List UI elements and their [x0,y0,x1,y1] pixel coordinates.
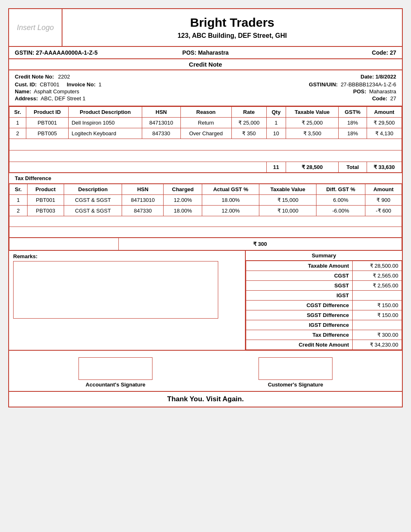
invoice-page: Insert Logo Bright Traders 123, ABC Buil… [8,8,403,407]
gstin-value: GSTIN: 27-AAAAA0000A-1-Z-5 [15,49,142,56]
remarks-label: Remarks: [13,253,241,259]
tax-diff-total-amount: ₹ 300 [118,238,402,250]
customer-sig-label: Customer's Signature [259,382,332,388]
items-total-row: 11 ₹ 28,500 Total ₹ 33,630 [9,162,402,173]
customer-sig-wrap: Customer's Signature [259,357,332,388]
logo-placeholder: Insert Logo [17,23,54,32]
meta-right: GSTIN/UIN: 27-BBBBB1234A-1-Z-6 POS: Maha… [206,81,396,102]
summary-row: SGST Difference ₹ 150.00 [246,310,402,320]
meta-row2: Cust. ID: CBT001 Invoice No: 1 Name: Asp… [15,81,396,102]
td-col-actual-gst: Actual GST % [202,184,259,195]
doc-title: Credit Note [9,59,402,70]
logo-box: Insert Logo [9,9,62,46]
cust-id-line: Cust. ID: CBT001 Invoice No: 1 [15,81,206,88]
credit-note-info: Credit Note No: 2202 [15,74,70,80]
items-row: 2 PBT005 Logitech Keyboard 847330 Over C… [9,128,402,139]
meta-section: Credit Note No: 2202 Date: 1/8/2022 Cust… [9,70,402,106]
tax-diff-label: Tax Difference [9,173,402,184]
td-col-taxable-value: Taxable Value [259,184,316,195]
remarks-box[interactable] [13,261,218,319]
gstin-row: GSTIN: 27-AAAAA0000A-1-Z-5 POS: Maharast… [9,47,402,59]
state-value: POS: Maharastra [142,49,269,56]
customer-sig-box [259,357,332,380]
summary-row: Tax Difference ₹ 300.00 [246,330,402,340]
items-row: 1 PBT001 Dell Inspiron 1050 84713010 Ret… [9,118,402,128]
spacer-row [9,150,402,162]
company-name: Bright Traders [190,16,274,30]
bottom-section: Remarks: Summary Taxable Amount ₹ 28,500… [9,250,402,350]
pos-code-line: Code: 27 [206,95,396,102]
gstin-uin-line: GSTIN/UIN: 27-BBBBB1234A-1-Z-6 [206,81,396,88]
col-gst: GST% [339,107,367,118]
summary-row: IGST Difference [246,320,402,330]
accountant-sig-wrap: Accountant's Signature [79,357,152,388]
tax-diff-table: Sr. Product Description HSN Charged Actu… [9,184,402,238]
remarks-section: Remarks: [9,251,246,350]
header-top: Insert Logo Bright Traders 123, ABC Buil… [9,9,402,47]
accountant-sig-box [79,357,152,380]
tax-diff-spacer-row [9,216,402,227]
name-line: Name: Asphalt Computers [15,88,206,95]
summary-title: Summary [246,251,402,261]
col-hsn: HSN [142,107,181,118]
col-reason: Reason [180,107,231,118]
col-taxable-value: Taxable Value [286,107,338,118]
summary-section: Summary Taxable Amount ₹ 28,500.00 CGST … [246,251,402,350]
date-info: Date: 1/8/2022 [360,74,396,80]
summary-row: SGST ₹ 2,565.00 [246,281,402,291]
td-col-amount: Amount [365,184,402,195]
td-col-product: Product [27,184,64,195]
col-rate: Rate [231,107,266,118]
col-sr: Sr. [9,107,26,118]
td-col-sr: Sr. [9,184,28,195]
tax-diff-row: 1 PBT001 CGST & SGST 84713010 12.00% 18.… [9,195,402,206]
tax-diff-spacer-row [9,227,402,238]
meta-row1: Credit Note No: 2202 Date: 1/8/2022 [15,74,396,80]
spacer-row [9,139,402,150]
signature-section: Accountant's Signature Customer's Signat… [9,350,402,391]
td-col-charged: Charged [164,184,202,195]
company-info: Bright Traders 123, ABC Building, DEF St… [62,9,402,46]
tax-diff-row: 2 PBT003 CGST & SGST 847330 18.00% 12.00… [9,206,402,216]
tax-diff-total-table: ₹ 300 [9,238,402,250]
summary-table: Taxable Amount ₹ 28,500.00 CGST ₹ 2,565.… [246,261,402,350]
items-header-row: Sr. Product ID Product Description HSN R… [9,107,402,118]
col-amount: Amount [367,107,402,118]
summary-row: Credit Note Amount ₹ 34,230.00 [246,340,402,350]
items-table: Sr. Product ID Product Description HSN R… [9,106,402,173]
pos-line: POS: Maharastra [206,88,396,95]
summary-row: CGST ₹ 2,565.00 [246,271,402,281]
address-line: Address: ABC, DEF Street 1 [15,95,206,102]
code-value: Code: 27 [269,49,396,56]
company-address: 123, ABC Building, DEF Street, GHI [178,32,287,39]
meta-left: Cust. ID: CBT001 Invoice No: 1 Name: Asp… [15,81,206,102]
td-col-diff-gst: Diff. GST % [316,184,365,195]
col-product-id: Product ID [26,107,69,118]
summary-row: IGST [246,291,402,301]
summary-row: Taxable Amount ₹ 28,500.00 [246,261,402,271]
td-col-hsn: HSN [122,184,164,195]
summary-row: CGST Difference ₹ 150.00 [246,301,402,310]
td-col-desc: Description [64,184,122,195]
accountant-sig-label: Accountant's Signature [79,382,152,388]
tax-diff-total-row: ₹ 300 [9,238,402,250]
footer: Thank You. Visit Again. [9,391,402,407]
col-qty: Qty [266,107,286,118]
col-product-desc: Product Description [69,107,142,118]
tax-diff-header-row: Sr. Product Description HSN Charged Actu… [9,184,402,195]
